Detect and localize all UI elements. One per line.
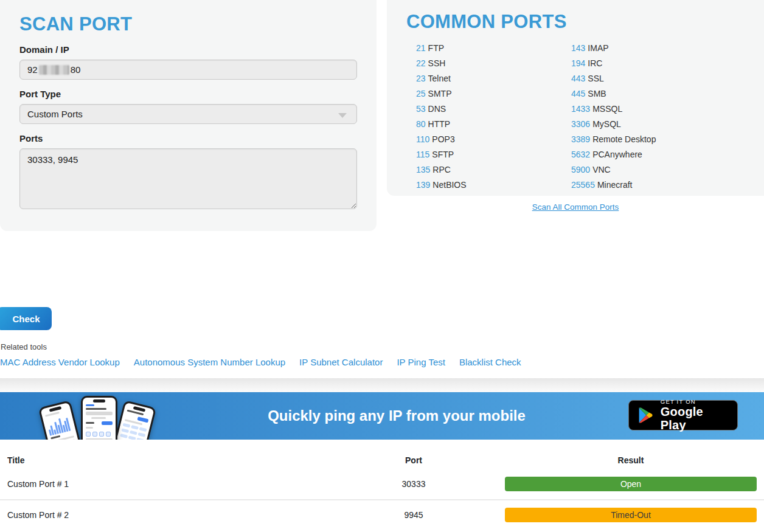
results-header-port: Port xyxy=(377,455,450,465)
results-header-result: Result xyxy=(505,455,757,465)
port-name: Telnet xyxy=(428,74,451,83)
scan-all-wrap: Scan All Common Ports xyxy=(387,201,764,212)
port-name: SMTP xyxy=(428,89,452,98)
port-number-link[interactable]: 22 xyxy=(416,58,426,68)
related-tool-link-ping[interactable]: IP Ping Test xyxy=(397,357,445,367)
common-port-item: 25SMTP xyxy=(416,86,571,102)
common-port-item: 3306MySQL xyxy=(571,117,656,132)
common-port-item: 21FTP xyxy=(416,41,571,56)
common-port-item: 443SSL xyxy=(571,71,656,86)
port-type-selected-value: Custom Ports xyxy=(27,109,83,119)
table-row: Custom Port # 2 9945 Timed-Out xyxy=(0,499,764,530)
related-tool-link-mac[interactable]: MAC Address Vendor Lookup xyxy=(0,357,120,367)
port-name: IMAP xyxy=(588,43,608,53)
related-tool-link-subnet[interactable]: IP Subnet Calculator xyxy=(299,357,383,367)
port-number-link[interactable]: 3306 xyxy=(571,119,590,129)
results-table: Title Port Result Custom Port # 1 30333 … xyxy=(0,452,764,530)
common-port-item: 139NetBIOS xyxy=(416,178,571,193)
result-title: Custom Port # 1 xyxy=(0,479,377,489)
scan-port-title: SCAN PORT xyxy=(19,13,357,35)
ports-label: Ports xyxy=(19,133,357,143)
chevron-down-icon xyxy=(338,113,347,118)
port-name: POP3 xyxy=(432,134,454,144)
common-ports-column-2: 143IMAP 194IRC 443SSL 445SMB 1433MSSQL 3… xyxy=(571,41,656,193)
port-number-link[interactable]: 53 xyxy=(416,104,426,114)
port-number-link[interactable]: 110 xyxy=(416,134,429,144)
get-it-on-label: GET IT ON xyxy=(661,399,729,405)
common-port-item: 110POP3 xyxy=(416,132,571,147)
port-number-link[interactable]: 80 xyxy=(416,119,426,129)
status-badge-open: Open xyxy=(505,477,757,491)
section-divider xyxy=(0,378,764,392)
results-header-row: Title Port Result xyxy=(0,452,764,469)
port-number-link[interactable]: 21 xyxy=(416,43,426,53)
related-tool-link-asn[interactable]: Autonomous System Number Lookup xyxy=(134,357,285,367)
common-port-item: 5632PCAnywhere xyxy=(571,147,656,162)
port-number-link[interactable]: 445 xyxy=(571,89,585,98)
scan-port-card: SCAN PORT Domain / IP 92 80 Port Type Cu… xyxy=(0,0,377,231)
common-port-item: 53DNS xyxy=(416,102,571,117)
port-name: MySQL xyxy=(592,119,621,129)
phone-mockup-center xyxy=(81,396,117,440)
common-port-item: 5900VNC xyxy=(571,162,656,178)
status-badge-timeout: Timed-Out xyxy=(505,508,757,522)
result-port: 30333 xyxy=(377,479,450,489)
port-name: IRC xyxy=(588,58,602,68)
domain-ip-suffix: 80 xyxy=(71,64,81,75)
port-number-link[interactable]: 5632 xyxy=(571,150,590,159)
common-ports-column-1: 21FTP 22SSH 23Telnet 25SMTP 53DNS 80HTTP… xyxy=(406,41,571,193)
port-number-link[interactable]: 143 xyxy=(571,43,585,53)
port-number-link[interactable]: 25 xyxy=(416,89,426,98)
port-name: MSSQL xyxy=(592,104,622,114)
common-port-item: 194IRC xyxy=(571,56,656,71)
common-port-item: 3389Remote Desktop xyxy=(571,132,656,147)
google-play-icon xyxy=(637,406,655,424)
port-name: Remote Desktop xyxy=(592,134,656,144)
port-name: VNC xyxy=(592,165,611,174)
port-name: HTTP xyxy=(428,119,451,129)
port-number-link[interactable]: 443 xyxy=(571,74,585,83)
common-port-item: 445SMB xyxy=(571,86,656,102)
domain-ip-input[interactable]: 92 80 xyxy=(19,60,357,80)
port-name: SSL xyxy=(588,74,603,83)
common-port-item: 80HTTP xyxy=(416,117,571,132)
table-row: Custom Port # 1 30333 Open xyxy=(0,469,764,499)
port-number-link[interactable]: 23 xyxy=(416,74,426,83)
port-number-link[interactable]: 139 xyxy=(416,180,430,190)
scan-all-common-ports-link[interactable]: Scan All Common Ports xyxy=(532,202,619,212)
port-number-link[interactable]: 5900 xyxy=(571,165,590,174)
port-number-link[interactable]: 1433 xyxy=(571,104,590,114)
common-port-item: 1433MSSQL xyxy=(571,102,656,117)
ports-textarea[interactable]: 30333, 9945 xyxy=(19,148,357,209)
result-port: 9945 xyxy=(377,510,450,520)
page: SCAN PORT Domain / IP 92 80 Port Type Cu… xyxy=(0,0,764,532)
port-name: FTP xyxy=(428,43,444,53)
port-type-label: Port Type xyxy=(19,89,357,99)
port-number-link[interactable]: 25565 xyxy=(571,180,595,190)
port-name: SSH xyxy=(428,58,446,68)
common-ports-list: 21FTP 22SSH 23Telnet 25SMTP 53DNS 80HTTP… xyxy=(406,41,764,193)
common-port-item: 143IMAP xyxy=(571,41,656,56)
port-name: DNS xyxy=(428,104,446,114)
common-ports-card: COMMON PORTS 21FTP 22SSH 23Telnet 25SMTP… xyxy=(387,0,764,196)
related-tools-label: Related tools xyxy=(1,342,47,351)
common-port-item: 135RPC xyxy=(416,162,571,178)
common-port-item: 23Telnet xyxy=(416,71,571,86)
port-name: Minecraft xyxy=(597,180,633,190)
redacted-ip-blur xyxy=(39,65,69,75)
port-type-select[interactable]: Custom Ports xyxy=(19,104,357,124)
related-tools-row: MAC Address Vendor Lookup Autonomous Sys… xyxy=(0,357,521,367)
port-number-link[interactable]: 135 xyxy=(416,165,430,174)
related-tool-link-blacklist[interactable]: Blacklist Check xyxy=(459,357,521,367)
common-port-item: 22SSH xyxy=(416,56,571,71)
port-name: SMB xyxy=(588,89,606,98)
port-number-link[interactable]: 194 xyxy=(571,58,585,68)
mobile-app-banner: Quickly ping any IP from your mobile GET… xyxy=(0,392,764,440)
google-play-badge[interactable]: GET IT ON Google Play xyxy=(628,400,738,430)
check-button[interactable]: Check xyxy=(0,307,52,330)
domain-ip-prefix: 92 xyxy=(27,64,38,75)
result-title: Custom Port # 2 xyxy=(0,510,377,520)
port-name: RPC xyxy=(432,165,451,174)
port-number-link[interactable]: 115 xyxy=(416,150,429,159)
port-number-link[interactable]: 3389 xyxy=(571,134,590,144)
